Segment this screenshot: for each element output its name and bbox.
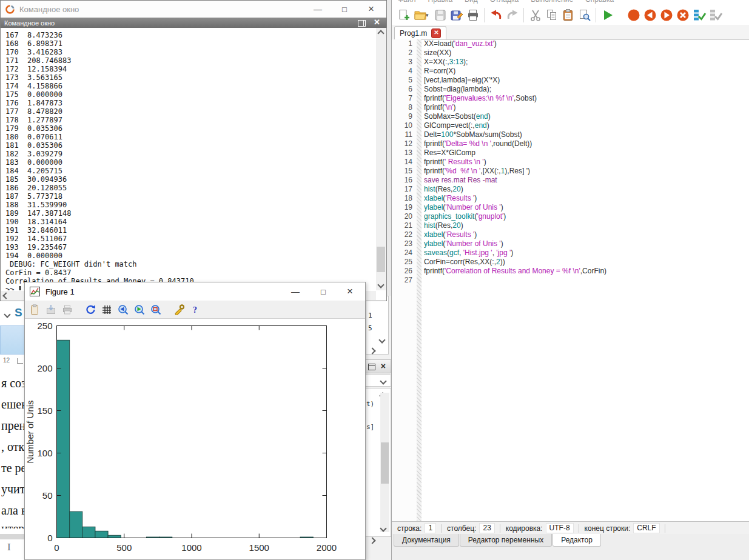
background-scrollbar[interactable] <box>380 393 389 532</box>
prompt-symbol: >> <box>5 285 14 290</box>
settings-icon[interactable] <box>172 302 186 317</box>
cut-icon[interactable] <box>527 7 543 24</box>
code-token: Res=X*GlComp <box>424 148 475 157</box>
minimize-button[interactable]: — <box>307 1 328 18</box>
code-token: GlComp=vect(:, <box>424 121 475 130</box>
command-output[interactable]: 167 8.473236168 6.898371170 3.416283171 … <box>1 28 376 290</box>
ruler-label: 12 <box>3 357 10 364</box>
undo-icon[interactable] <box>488 7 504 24</box>
panel-text-fragment: t) <box>366 400 374 408</box>
code-token: ) <box>501 239 503 248</box>
copy-icon[interactable] <box>543 7 560 24</box>
scroll-left-icon[interactable] <box>2 292 9 299</box>
workspace-tab-2[interactable]: Редактор переменных <box>460 534 552 547</box>
code-line: fprintf('Correlation of Results and Mone… <box>424 267 749 276</box>
line-number: 6 <box>392 85 412 94</box>
toggle-breakpoint-icon[interactable] <box>625 7 642 24</box>
code-area[interactable]: 1234567891011121314151617181920212223242… <box>392 39 749 521</box>
line-number: 8 <box>392 103 412 112</box>
histogram-plot: 0500100015002000050100150200250Number of… <box>25 318 366 560</box>
status-separator <box>579 524 579 533</box>
print-icon[interactable] <box>60 302 75 317</box>
next-breakpoint-icon[interactable] <box>658 7 674 24</box>
workspace-tab-3[interactable]: Редактор <box>553 534 601 547</box>
y-tick-label: 150 <box>37 405 52 416</box>
menu-Справка[interactable]: Справка <box>585 0 614 4</box>
menu-Отладка[interactable]: Отладка <box>490 0 519 4</box>
new-script-icon[interactable] <box>395 7 412 24</box>
close-button[interactable]: × <box>361 1 381 18</box>
close-icon[interactable]: × <box>381 361 386 371</box>
code-token: ylabel <box>424 239 443 248</box>
scroll-down-icon[interactable] <box>378 336 385 343</box>
menu-Правка[interactable]: Правка <box>428 0 453 4</box>
command-output-line: 188 31.539990 <box>5 201 376 209</box>
tab-prog1[interactable]: Prog1.m ✕ <box>394 26 446 39</box>
x-tick-label: 500 <box>116 542 132 553</box>
save-icon[interactable] <box>432 7 448 24</box>
code-token: ,CorFin) <box>580 267 606 275</box>
code-token: )) <box>500 258 505 266</box>
step-icon[interactable] <box>691 7 707 24</box>
scroll-down-icon[interactable] <box>377 281 384 288</box>
scroll-up-icon[interactable] <box>377 30 384 36</box>
chevron-down-icon <box>380 378 386 384</box>
code-token: 13 <box>455 58 463 66</box>
command-output-line: 170 3.416283 <box>5 48 376 56</box>
scroll-right-icon[interactable] <box>369 347 375 354</box>
autoscale-icon[interactable] <box>149 302 163 317</box>
refresh-icon[interactable] <box>83 302 98 317</box>
previous-breakpoint-icon[interactable] <box>642 7 658 24</box>
command-window-dock-bar[interactable]: Командное окно ✕ <box>1 18 386 28</box>
code-token: 20 <box>452 185 460 193</box>
close-icon[interactable]: ✕ <box>374 18 380 27</box>
zoom-previous-icon[interactable] <box>116 302 130 317</box>
figure-titlebar[interactable]: Figure 1 — □ × <box>25 282 365 301</box>
print-icon[interactable] <box>465 7 481 24</box>
undock-icon[interactable] <box>368 364 375 370</box>
breakpoint-margin[interactable] <box>417 39 422 521</box>
maximize-button[interactable]: □ <box>334 1 355 18</box>
find-icon[interactable] <box>576 7 593 24</box>
code-token: Delt= <box>424 130 441 139</box>
code-lines[interactable]: XX=load('dan_vuz.txt')size(XX)X=XX(:,3:1… <box>422 39 749 521</box>
export-icon[interactable] <box>44 302 58 317</box>
open-dropdown-icon[interactable]: ▾ <box>426 12 432 18</box>
close-button[interactable]: × <box>341 282 359 301</box>
copy-icon[interactable] <box>27 302 42 317</box>
scrollbar-thumb[interactable] <box>381 442 389 484</box>
workspace-tab-1[interactable]: Документация <box>394 534 459 547</box>
background-dropdown[interactable] <box>364 375 391 387</box>
undock-icon[interactable] <box>358 20 366 27</box>
paste-icon[interactable] <box>560 7 576 24</box>
save-as-icon[interactable] <box>448 7 465 24</box>
redo-icon[interactable] <box>504 7 520 24</box>
remove-breakpoints-icon[interactable] <box>674 7 691 24</box>
command-window-titlebar[interactable]: Командное окно — □ × <box>1 1 386 18</box>
step-out-icon[interactable] <box>707 7 724 24</box>
line-number: 25 <box>392 258 412 267</box>
menu-Файл[interactable]: Файл <box>398 0 416 4</box>
code-token: ) <box>503 212 506 221</box>
line-number: 10 <box>392 121 412 130</box>
line-number-gutter: 1234567891011121314151617181920212223242… <box>392 39 417 521</box>
minimize-button[interactable]: — <box>286 282 304 301</box>
x-tick-label: 1500 <box>249 542 269 553</box>
tab-close-icon[interactable]: ✕ <box>431 28 441 38</box>
vertical-scrollbar[interactable] <box>376 28 386 290</box>
menu-Выполнение[interactable]: Выполнение <box>531 0 573 4</box>
code-token: 'Eigenvalues:\n %f \n' <box>445 94 514 102</box>
scrollbar-thumb[interactable] <box>377 247 385 272</box>
grid-icon[interactable] <box>99 302 114 317</box>
command-output-line: 181 0.035306 <box>5 141 376 150</box>
code-line: ylabel('Number of Unis ') <box>424 203 749 212</box>
line-number: 21 <box>392 221 412 230</box>
code-line: SobMax=Sobst(end) <box>424 112 749 121</box>
help-icon[interactable]: ? <box>188 302 203 317</box>
code-token: ) <box>474 230 477 239</box>
menu-Вид[interactable]: Вид <box>465 0 478 4</box>
maximize-button[interactable]: □ <box>314 282 332 301</box>
zoom-next-icon[interactable] <box>132 302 147 317</box>
scroll-right-icon[interactable] <box>369 537 375 544</box>
run-icon[interactable] <box>599 7 616 24</box>
